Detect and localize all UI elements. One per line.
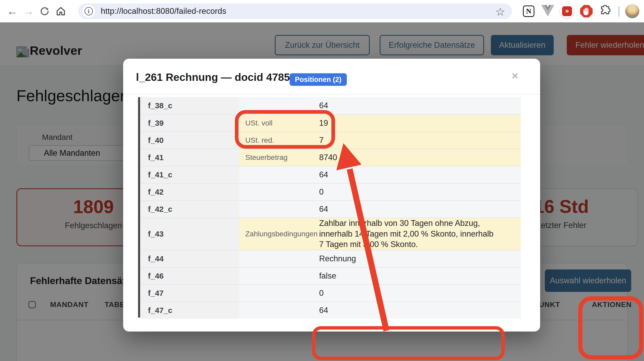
adblock-extension-icon[interactable] <box>580 5 593 17</box>
page-info-icon[interactable]: i <box>82 5 95 17</box>
modal-header-divider <box>123 94 540 95</box>
toolbar-divider <box>618 6 619 17</box>
field-row-f42c: f_42_c 64 <box>140 200 521 218</box>
field-row-f39: f_39 USt. voll19 <box>140 114 521 131</box>
field-row-f42: f_42 0 <box>140 183 521 200</box>
screenshot-root: { "browser": { "url": "http://localhost:… <box>0 0 644 361</box>
url-text[interactable]: http://localhost:8080/failed-records <box>101 7 226 16</box>
field-row-f41: f_41 Steuerbetrag8740 <box>140 149 521 166</box>
forward-icon[interactable]: → <box>20 3 37 19</box>
back-icon[interactable]: ← <box>4 3 20 19</box>
vue-extension-icon[interactable] <box>541 5 554 17</box>
fastforward-extension-icon[interactable]: » <box>560 4 574 18</box>
field-row-f40: f_40 USt. red.7 <box>140 131 521 149</box>
field-table: f_38_c 64 f_39 USt. voll19 f_40 USt. red… <box>140 97 521 319</box>
bookmark-star-icon[interactable]: ☆ <box>495 5 505 18</box>
profile-avatar[interactable] <box>625 4 639 18</box>
modal-title: l_261 Rechnung — docid 4785 <box>136 71 290 83</box>
notion-extension-icon[interactable]: N <box>523 5 534 17</box>
reload-icon[interactable] <box>37 3 53 19</box>
field-row-f44: f_44 Rechnung <box>140 250 521 267</box>
extensions-puzzle-icon[interactable] <box>599 5 611 17</box>
address-bar[interactable]: i http://localhost:8080/failed-records ☆ <box>78 3 512 19</box>
field-row-f43: f_43 ZahlungsbedingungenZahlbar innerhal… <box>140 218 521 250</box>
field-row-f47: f_47 0 <box>140 284 521 302</box>
positions-badge[interactable]: Positionen (2) <box>290 73 347 86</box>
home-icon[interactable] <box>53 3 69 19</box>
field-row-f41c: f_41_c 64 <box>140 166 521 183</box>
browser-toolbar: ← → i http://localhost:8080/failed-recor… <box>0 0 644 22</box>
field-row-f47c: f_47_c 64 <box>140 302 521 319</box>
modal-scrollbar-thumb[interactable] <box>138 97 140 318</box>
close-icon[interactable]: × <box>511 70 518 82</box>
field-row-f46: f_46 false <box>140 267 521 284</box>
field-row-f38c: f_38_c 64 <box>140 97 521 114</box>
record-detail-modal: l_261 Rechnung — docid 4785 Positionen (… <box>123 59 540 332</box>
